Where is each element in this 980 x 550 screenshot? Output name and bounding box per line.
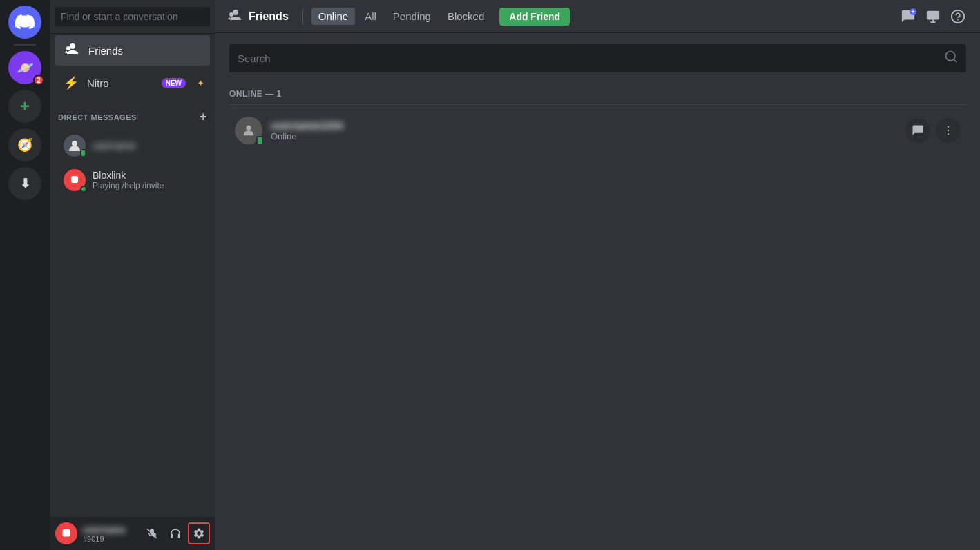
friend-1-name: username1234: [271, 119, 905, 131]
friend-1-avatar: [235, 117, 262, 144]
svg-point-13: [948, 130, 949, 131]
inbox-button[interactable]: [922, 6, 944, 28]
find-conversation-input[interactable]: [55, 7, 210, 26]
friend-1-more-button[interactable]: [936, 118, 961, 143]
dm-user-1-name: username: [93, 140, 135, 151]
friend-row-1[interactable]: username1234 Online: [229, 108, 966, 153]
user-panel-username: username: [83, 524, 135, 535]
top-nav: Friends Online All Pending Blocked Add F…: [215, 0, 980, 33]
friend-1-info: username1234 Online: [271, 119, 905, 141]
friends-nav-icon-area: Friends: [227, 8, 289, 25]
tab-blocked[interactable]: Blocked: [441, 8, 491, 25]
server-divider: [14, 44, 36, 46]
download-button[interactable]: ⬇: [8, 167, 41, 200]
bloxlink-avatar: [64, 169, 86, 191]
user-panel-actions: [141, 522, 210, 544]
server-icon-emoji: 🪐: [17, 59, 34, 76]
add-icon: +: [20, 97, 30, 116]
mobile-status-indicator: [80, 149, 86, 157]
bloxlink-info: Bloxlink Playing /help /invite: [93, 170, 164, 190]
dm-user-item-bloxlink[interactable]: Bloxlink Playing /help /invite: [55, 164, 210, 197]
friend-1-mobile-status: [256, 136, 263, 145]
tab-all[interactable]: All: [358, 8, 383, 25]
bloxlink-status-dot: [80, 186, 87, 193]
download-icon: ⬇: [20, 176, 30, 191]
online-header: ONLINE — 1: [229, 84, 966, 105]
friends-search-bar: [229, 44, 966, 72]
nitro-icon: ⚡: [64, 75, 79, 90]
friend-1-message-button[interactable]: [905, 118, 930, 143]
friends-icon: [64, 42, 80, 59]
dm-search-container: [50, 0, 215, 34]
dm-section-header: DIRECT MESSAGES +: [50, 99, 215, 128]
tab-online[interactable]: Online: [311, 8, 355, 25]
dm-sidebar: Friends ⚡ Nitro NEW ✦ DIRECT MESSAGES + …: [50, 0, 215, 550]
friend-1-actions: [905, 118, 961, 143]
add-friend-button[interactable]: Add Friend: [499, 8, 570, 26]
dm-section-label: DIRECT MESSAGES: [58, 113, 137, 121]
friends-nav-label: Friends: [88, 45, 123, 57]
add-server-button[interactable]: +: [8, 90, 41, 123]
user-panel-avatar: [55, 522, 77, 544]
main-content: Friends Online All Pending Blocked Add F…: [215, 0, 980, 550]
bloxlink-activity: Playing /help /invite: [93, 181, 164, 190]
compass-icon: 🧭: [17, 137, 32, 153]
svg-point-14: [948, 133, 949, 135]
dm-user-1-avatar: [64, 135, 86, 157]
notification-badge: 2: [33, 75, 44, 86]
svg-point-5: [64, 531, 66, 533]
nitro-star-icon: ✦: [197, 78, 204, 88]
svg-point-11: [246, 126, 251, 130]
friends-content: ONLINE — 1 username1234 Online: [215, 33, 980, 550]
friends-nav-item[interactable]: Friends: [55, 35, 210, 66]
new-group-dm-button[interactable]: +: [897, 6, 919, 28]
friends-header-icon: [227, 8, 243, 25]
bloxlink-name: Bloxlink: [93, 170, 164, 181]
mute-button[interactable]: [141, 522, 163, 544]
tab-pending[interactable]: Pending: [386, 8, 438, 25]
help-button[interactable]: [947, 6, 969, 28]
svg-point-2: [72, 177, 73, 179]
svg-point-6: [67, 531, 68, 533]
nitro-new-badge: NEW: [162, 78, 186, 88]
svg-rect-8: [927, 10, 939, 19]
user-panel-tag: #9019: [83, 535, 135, 543]
nav-actions: +: [897, 6, 969, 28]
user-settings-button[interactable]: [188, 522, 210, 544]
server-icon-purple[interactable]: 🪐 2: [8, 51, 41, 84]
friend-1-status: Online: [271, 131, 905, 141]
friends-search-input[interactable]: [238, 52, 944, 64]
svg-point-3: [75, 177, 77, 179]
svg-point-12: [948, 126, 949, 128]
nitro-nav-label: Nitro: [87, 77, 109, 89]
server-sidebar: 🪐 2 + 🧭 ⬇: [0, 0, 50, 550]
new-dm-button[interactable]: +: [200, 110, 207, 124]
dm-user-1-info: username: [93, 140, 135, 151]
svg-point-0: [72, 141, 77, 146]
deafen-button[interactable]: [164, 522, 186, 544]
user-panel-info: username #9019: [83, 524, 135, 543]
new-dm-badge: +: [910, 8, 916, 15]
dm-user-item-1[interactable]: username: [55, 129, 210, 162]
search-icon: [944, 50, 958, 67]
discord-home-button[interactable]: [8, 6, 41, 39]
nav-divider: [302, 8, 303, 25]
explore-button[interactable]: 🧭: [8, 128, 41, 161]
nitro-nav-item[interactable]: ⚡ Nitro NEW ✦: [55, 68, 210, 97]
friends-title: Friends: [249, 10, 289, 23]
user-panel: username #9019: [50, 517, 215, 550]
